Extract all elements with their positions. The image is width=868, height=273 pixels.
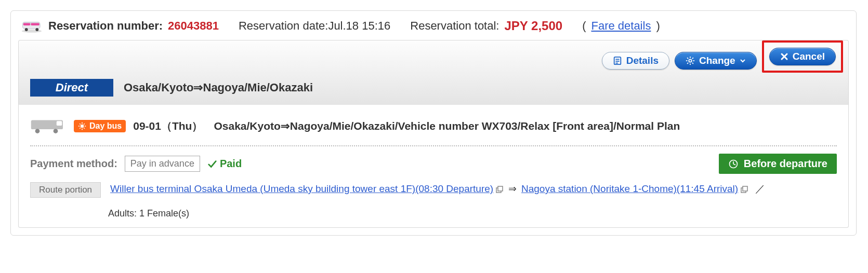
reservation-total-label: Reservation total: — [410, 19, 499, 33]
clock-icon — [728, 159, 739, 169]
arrival-link[interactable]: Nagoya station (Noritake 1-Chome)(11:45 … — [521, 183, 738, 194]
direct-badge: Direct — [30, 79, 113, 97]
departure-link[interactable]: Willer bus terminal Osaka Umeda (Umeda s… — [110, 183, 493, 194]
gear-icon — [686, 56, 695, 65]
svg-line-17 — [692, 63, 693, 64]
sun-icon — [78, 122, 86, 130]
cancel-button[interactable]: Cancel — [769, 48, 836, 65]
route-arrow: ⇒ — [506, 183, 519, 194]
check-icon — [207, 159, 217, 169]
svg-line-18 — [687, 63, 688, 64]
reservation-total-value: JPY 2,500 — [504, 19, 562, 33]
svg-rect-39 — [498, 186, 503, 191]
cancel-highlight-box: Cancel — [762, 40, 843, 73]
bus-silhouette-icon — [30, 118, 67, 134]
payment-method: Pay in advance — [125, 156, 200, 172]
svg-point-5 — [25, 28, 28, 31]
reservation-header: Reservation number: 26043881 Reservation… — [11, 11, 856, 40]
daybus-badge: Day bus — [74, 120, 126, 132]
svg-line-16 — [687, 58, 688, 59]
svg-point-0 — [22, 30, 42, 33]
payment-label: Payment method: — [30, 158, 117, 170]
svg-rect-4 — [31, 23, 40, 25]
svg-point-24 — [35, 129, 40, 133]
svg-line-19 — [692, 58, 693, 59]
svg-point-25 — [54, 129, 58, 133]
svg-rect-23 — [57, 121, 62, 126]
details-button[interactable]: Details — [602, 52, 669, 70]
svg-line-32 — [84, 128, 85, 129]
external-link-icon — [496, 186, 503, 193]
reservation-number-value: 26043881 — [168, 19, 219, 33]
route-portion-label: Route portion — [30, 182, 101, 198]
svg-line-33 — [80, 128, 81, 129]
slash-separator: ／ — [751, 183, 769, 194]
fare-details-link[interactable]: Fare details — [591, 19, 651, 33]
svg-point-6 — [35, 28, 38, 31]
external-link-icon — [741, 186, 748, 193]
change-button[interactable]: Change — [675, 52, 757, 70]
document-icon — [613, 56, 622, 65]
reservation-body: Day bus 09-01（Thu） Osaka/Kyoto⇒Nagoya/Mi… — [18, 105, 849, 228]
payment-row: Payment method: Pay in advance Paid Befo… — [30, 146, 837, 179]
route-title: Osaka/Kyoto⇒Nagoya/Mie/Okazaki — [124, 81, 313, 94]
chevron-down-icon — [740, 58, 746, 64]
route-details-row: Route portion Willer bus terminal Osaka … — [30, 179, 837, 219]
svg-rect-41 — [743, 186, 747, 191]
reservation-date: Reservation date:Jul.18 15:16 — [239, 19, 390, 33]
close-icon — [780, 52, 788, 61]
payment-status: Paid — [207, 158, 242, 170]
svg-point-26 — [81, 125, 84, 128]
toolbar: Details Change Cancel — [18, 40, 849, 105]
svg-line-34 — [84, 124, 85, 125]
svg-rect-3 — [23, 23, 30, 25]
svg-line-31 — [80, 124, 81, 125]
svg-line-37 — [733, 164, 735, 165]
reservation-number-label: Reservation number: — [48, 19, 163, 33]
passengers-line: Adults: 1 Female(s) — [30, 208, 837, 219]
svg-point-11 — [689, 59, 691, 62]
bus-logo-icon — [20, 18, 43, 34]
reservation-panel: Reservation number: 26043881 Reservation… — [10, 10, 857, 236]
trip-description: 09-01（Thu） Osaka/Kyoto⇒Nagoya/Mie/Okazak… — [133, 119, 680, 133]
before-departure-badge: Before departure — [719, 154, 837, 174]
trip-line: Day bus 09-01（Thu） Osaka/Kyoto⇒Nagoya/Mi… — [30, 118, 837, 146]
